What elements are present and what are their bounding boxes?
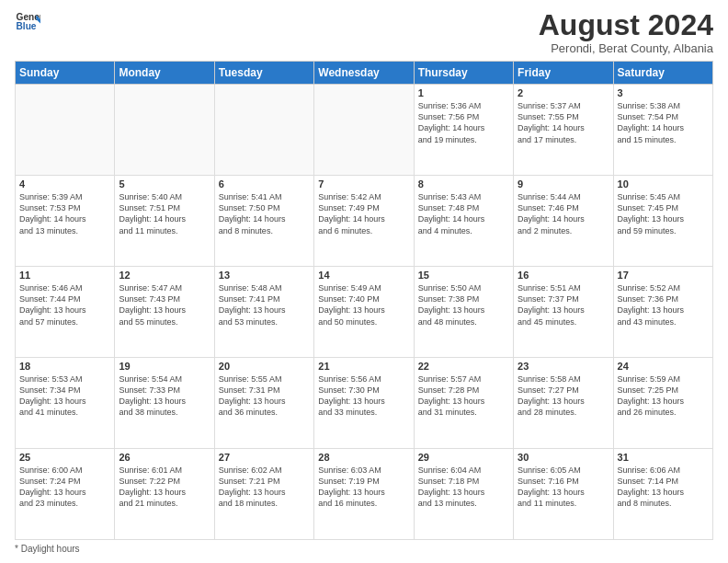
day-number: 3 — [618, 87, 709, 98]
calendar-cell: 1Sunrise: 5:36 AMSunset: 7:56 PMDaylight… — [414, 85, 513, 176]
calendar-cell: 27Sunrise: 6:02 AMSunset: 7:21 PMDayligh… — [214, 449, 313, 540]
day-number: 25 — [19, 452, 110, 463]
day-info: Sunrise: 5:54 AMSunset: 7:33 PMDaylight:… — [119, 373, 210, 419]
calendar-cell — [115, 85, 214, 176]
calendar-cell: 4Sunrise: 5:39 AMSunset: 7:53 PMDaylight… — [16, 176, 115, 267]
calendar-week-row: 11Sunrise: 5:46 AMSunset: 7:44 PMDayligh… — [16, 267, 713, 358]
day-number: 19 — [119, 361, 210, 372]
header-friday: Friday — [514, 62, 613, 85]
calendar-cell: 7Sunrise: 5:42 AMSunset: 7:49 PMDaylight… — [314, 176, 414, 267]
day-info: Sunrise: 6:04 AMSunset: 7:18 PMDaylight:… — [418, 465, 509, 510]
day-number: 2 — [518, 87, 609, 98]
calendar-cell: 31Sunrise: 6:06 AMSunset: 7:14 PMDayligh… — [613, 449, 712, 540]
day-info: Sunrise: 5:44 AMSunset: 7:46 PMDaylight:… — [518, 191, 609, 236]
calendar-cell: 30Sunrise: 6:05 AMSunset: 7:16 PMDayligh… — [514, 449, 613, 540]
day-info: Sunrise: 5:47 AMSunset: 7:43 PMDaylight:… — [119, 282, 210, 327]
day-info: Sunrise: 5:59 AMSunset: 7:25 PMDaylight:… — [618, 373, 709, 419]
calendar-cell: 8Sunrise: 5:43 AMSunset: 7:48 PMDaylight… — [414, 176, 513, 267]
day-number: 12 — [119, 270, 210, 281]
page: General Blue August 2024 Perondi, Berat … — [0, 0, 728, 563]
day-number: 6 — [219, 178, 310, 190]
day-number: 23 — [518, 361, 609, 372]
calendar-cell — [314, 85, 414, 176]
day-number: 28 — [318, 452, 409, 463]
subtitle: Perondi, Berat County, Albania — [539, 41, 713, 55]
day-number: 10 — [618, 178, 709, 190]
day-info: Sunrise: 5:41 AMSunset: 7:50 PMDaylight:… — [219, 191, 310, 236]
day-number: 7 — [318, 178, 409, 190]
day-info: Sunrise: 5:40 AMSunset: 7:51 PMDaylight:… — [119, 191, 210, 236]
calendar-cell: 22Sunrise: 5:57 AMSunset: 7:28 PMDayligh… — [414, 358, 513, 449]
calendar-cell: 19Sunrise: 5:54 AMSunset: 7:33 PMDayligh… — [115, 358, 214, 449]
calendar-cell — [16, 85, 115, 176]
header-thursday: Thursday — [414, 62, 513, 85]
day-number: 18 — [19, 361, 110, 372]
day-info: Sunrise: 5:43 AMSunset: 7:48 PMDaylight:… — [418, 191, 509, 236]
day-number: 1 — [418, 87, 509, 98]
day-number: 15 — [418, 270, 509, 281]
calendar-cell: 24Sunrise: 5:59 AMSunset: 7:25 PMDayligh… — [613, 358, 712, 449]
calendar-cell: 9Sunrise: 5:44 AMSunset: 7:46 PMDaylight… — [514, 176, 613, 267]
day-number: 14 — [318, 270, 409, 281]
calendar-cell: 29Sunrise: 6:04 AMSunset: 7:18 PMDayligh… — [414, 449, 513, 540]
day-info: Sunrise: 5:53 AMSunset: 7:34 PMDaylight:… — [19, 373, 110, 419]
daylight-label: Daylight hours — [21, 544, 80, 554]
calendar-cell: 10Sunrise: 5:45 AMSunset: 7:45 PMDayligh… — [613, 176, 712, 267]
day-info: Sunrise: 5:42 AMSunset: 7:49 PMDaylight:… — [318, 191, 409, 236]
day-info: Sunrise: 5:57 AMSunset: 7:28 PMDaylight:… — [418, 373, 509, 419]
calendar-cell: 11Sunrise: 5:46 AMSunset: 7:44 PMDayligh… — [16, 267, 115, 358]
header-sunday: Sunday — [16, 62, 115, 85]
calendar-week-row: 1Sunrise: 5:36 AMSunset: 7:56 PMDaylight… — [16, 85, 713, 176]
day-number: 20 — [219, 361, 310, 372]
logo-icon: General Blue — [15, 9, 40, 35]
day-info: Sunrise: 6:06 AMSunset: 7:14 PMDaylight:… — [618, 465, 709, 510]
calendar-cell: 18Sunrise: 5:53 AMSunset: 7:34 PMDayligh… — [16, 358, 115, 449]
calendar-cell: 20Sunrise: 5:55 AMSunset: 7:31 PMDayligh… — [214, 358, 313, 449]
header: General Blue August 2024 Perondi, Berat … — [15, 9, 713, 55]
day-number: 5 — [119, 178, 210, 190]
calendar-body: 1Sunrise: 5:36 AMSunset: 7:56 PMDaylight… — [16, 85, 713, 540]
calendar-cell: 28Sunrise: 6:03 AMSunset: 7:19 PMDayligh… — [314, 449, 414, 540]
calendar-cell: 25Sunrise: 6:00 AMSunset: 7:24 PMDayligh… — [16, 449, 115, 540]
day-number: 11 — [19, 270, 110, 281]
footer-note: * Daylight hours — [15, 544, 713, 554]
logo: General Blue — [15, 9, 40, 35]
header-saturday: Saturday — [613, 62, 712, 85]
calendar-cell: 12Sunrise: 5:47 AMSunset: 7:43 PMDayligh… — [115, 267, 214, 358]
day-number: 31 — [618, 452, 709, 463]
calendar-cell: 13Sunrise: 5:48 AMSunset: 7:41 PMDayligh… — [214, 267, 313, 358]
day-number: 21 — [318, 361, 409, 372]
calendar-cell: 15Sunrise: 5:50 AMSunset: 7:38 PMDayligh… — [414, 267, 513, 358]
day-info: Sunrise: 6:03 AMSunset: 7:19 PMDaylight:… — [318, 465, 409, 510]
weekday-header-row: Sunday Monday Tuesday Wednesday Thursday… — [16, 62, 713, 85]
title-block: August 2024 Perondi, Berat County, Alban… — [539, 9, 713, 55]
header-tuesday: Tuesday — [214, 62, 313, 85]
day-info: Sunrise: 5:56 AMSunset: 7:30 PMDaylight:… — [318, 373, 409, 419]
day-number: 8 — [418, 178, 509, 190]
day-info: Sunrise: 6:02 AMSunset: 7:21 PMDaylight:… — [219, 465, 310, 510]
day-info: Sunrise: 6:01 AMSunset: 7:22 PMDaylight:… — [119, 465, 210, 510]
day-number: 27 — [219, 452, 310, 463]
day-info: Sunrise: 5:49 AMSunset: 7:40 PMDaylight:… — [318, 282, 409, 327]
day-number: 16 — [518, 270, 609, 281]
day-info: Sunrise: 5:38 AMSunset: 7:54 PMDaylight:… — [618, 100, 709, 145]
day-info: Sunrise: 6:05 AMSunset: 7:16 PMDaylight:… — [518, 465, 609, 510]
day-number: 29 — [418, 452, 509, 463]
day-number: 30 — [518, 452, 609, 463]
day-info: Sunrise: 5:51 AMSunset: 7:37 PMDaylight:… — [518, 282, 609, 327]
header-wednesday: Wednesday — [314, 62, 414, 85]
calendar-week-row: 25Sunrise: 6:00 AMSunset: 7:24 PMDayligh… — [16, 449, 713, 540]
calendar-cell: 21Sunrise: 5:56 AMSunset: 7:30 PMDayligh… — [314, 358, 414, 449]
calendar-table: Sunday Monday Tuesday Wednesday Thursday… — [15, 61, 713, 540]
header-monday: Monday — [115, 62, 214, 85]
svg-text:Blue: Blue — [17, 21, 37, 31]
day-info: Sunrise: 5:39 AMSunset: 7:53 PMDaylight:… — [19, 191, 110, 236]
calendar-cell: 16Sunrise: 5:51 AMSunset: 7:37 PMDayligh… — [514, 267, 613, 358]
day-number: 13 — [219, 270, 310, 281]
day-info: Sunrise: 5:46 AMSunset: 7:44 PMDaylight:… — [19, 282, 110, 327]
day-info: Sunrise: 5:55 AMSunset: 7:31 PMDaylight:… — [219, 373, 310, 419]
calendar-cell: 17Sunrise: 5:52 AMSunset: 7:36 PMDayligh… — [613, 267, 712, 358]
day-number: 22 — [418, 361, 509, 372]
day-number: 17 — [618, 270, 709, 281]
day-number: 4 — [19, 178, 110, 190]
